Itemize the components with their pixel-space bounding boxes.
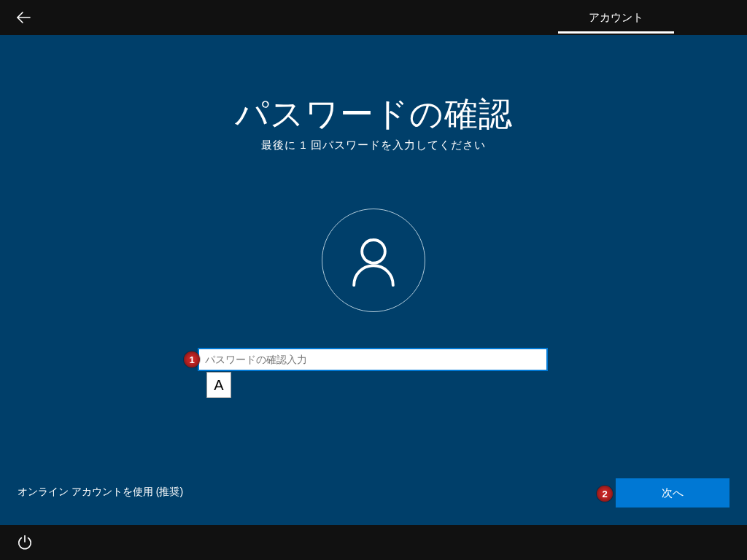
svg-point-1: [362, 240, 385, 263]
bottom-bar: [0, 525, 747, 560]
tab-account-label: アカウント: [589, 11, 643, 23]
main-panel: パスワードの確認 最後に 1 回パスワードを入力してください A 1 2 オンラ…: [0, 35, 747, 525]
password-confirm-input[interactable]: [198, 348, 548, 371]
tab-account[interactable]: アカウント: [558, 11, 674, 35]
annotation-badge-1: 1: [184, 351, 200, 368]
person-icon: [345, 232, 402, 289]
ime-indicator[interactable]: A: [206, 372, 231, 398]
user-avatar: [322, 209, 425, 312]
annotation-badge-2: 2: [597, 486, 613, 502]
back-arrow-icon: [15, 9, 32, 26]
power-button[interactable]: [9, 526, 41, 559]
oobe-screen: アカウント パスワードの確認 最後に 1 回パスワードを入力してください A 1…: [0, 0, 747, 560]
back-button[interactable]: [6, 0, 41, 35]
step-tabs: アカウント: [558, 0, 674, 35]
title-bar: アカウント: [0, 0, 747, 35]
tab-account-underline: [558, 31, 674, 34]
next-button[interactable]: 次へ: [616, 478, 729, 508]
page-title: パスワードの確認: [0, 92, 747, 137]
power-icon: [17, 534, 33, 551]
use-online-account-link[interactable]: オンライン アカウントを使用 (推奨): [18, 486, 183, 499]
page-subtitle: 最後に 1 回パスワードを入力してください: [0, 139, 747, 152]
